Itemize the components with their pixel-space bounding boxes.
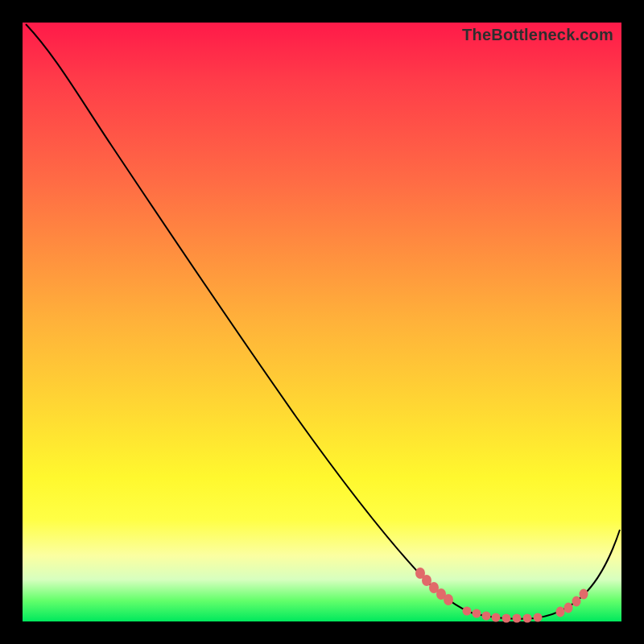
- svg-point-5: [463, 607, 472, 616]
- svg-point-14: [564, 603, 573, 613]
- svg-point-7: [482, 612, 491, 621]
- highlight-dots-right: [556, 589, 588, 617]
- svg-point-4: [444, 594, 453, 605]
- svg-point-9: [502, 614, 511, 623]
- svg-point-12: [534, 613, 543, 622]
- svg-point-11: [523, 614, 532, 623]
- highlight-dots-left: [415, 568, 453, 605]
- svg-point-8: [492, 613, 501, 622]
- svg-point-16: [580, 589, 588, 600]
- svg-point-10: [513, 614, 522, 623]
- bottleneck-curve: [26, 24, 620, 619]
- svg-point-15: [572, 597, 581, 607]
- plot-area: TheBottleneck.com: [23, 23, 621, 621]
- chart-svg: [23, 23, 621, 621]
- highlight-dots-flat: [463, 607, 543, 623]
- svg-point-13: [556, 607, 565, 617]
- outer-frame: TheBottleneck.com: [0, 0, 644, 644]
- svg-point-6: [473, 609, 481, 618]
